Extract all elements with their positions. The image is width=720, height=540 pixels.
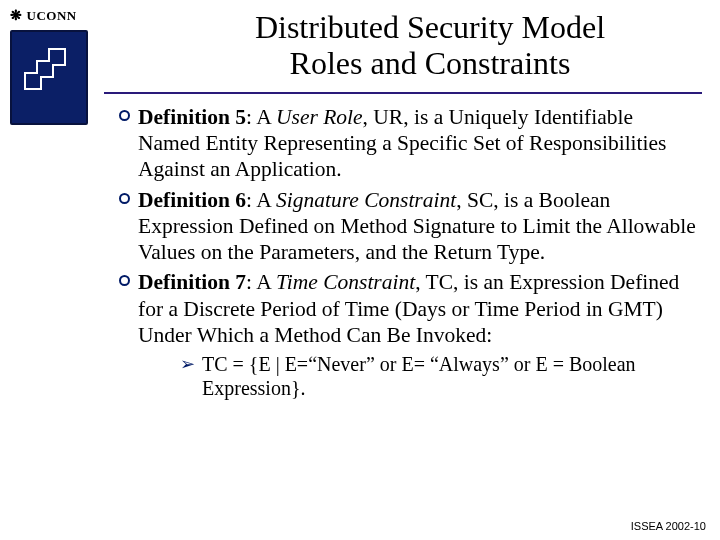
circle-bullet-icon	[110, 104, 138, 183]
sub-bullet-item: ➢ TC = {E | E=“Never” or E= “Always” or …	[180, 352, 696, 401]
svg-rect-5	[50, 50, 64, 64]
circle-bullet-icon	[110, 269, 138, 348]
cse-badge-icon	[10, 30, 88, 125]
sub-bullet-text: TC = {E | E=“Never” or E= “Always” or E …	[202, 352, 696, 401]
title-line-1: Distributed Security Model	[255, 9, 605, 45]
circle-bullet-icon	[110, 187, 138, 266]
sep: : A	[246, 105, 276, 129]
term: User Role	[276, 105, 363, 129]
title-divider	[104, 92, 702, 94]
sep: : A	[246, 270, 276, 294]
bullet-item: Definition 7: A Time Constraint, TC, is …	[110, 269, 696, 348]
definition-label: Definition 5	[138, 105, 246, 129]
content-area: Definition 5: A User Role, UR, is a Uniq…	[110, 104, 696, 401]
term: Signature Constraint	[276, 188, 456, 212]
title-line-2: Roles and Constraints	[290, 45, 571, 81]
definition-label: Definition 6	[138, 188, 246, 212]
bullet-item: Definition 5: A User Role, UR, is a Uniq…	[110, 104, 696, 183]
brand-text: UCONN	[27, 8, 77, 24]
bullet-text: Definition 5: A User Role, UR, is a Uniq…	[138, 104, 696, 183]
bullet-text: Definition 6: A Signature Constraint, SC…	[138, 187, 696, 266]
slide-title: Distributed Security Model Roles and Con…	[160, 10, 700, 82]
svg-rect-3	[26, 74, 40, 88]
oak-leaf-icon: ❋	[10, 9, 23, 23]
term: Time Constraint	[276, 270, 415, 294]
svg-rect-4	[38, 62, 52, 76]
sep: : A	[246, 188, 276, 212]
arrow-bullet-icon: ➢	[180, 352, 202, 401]
slide-footer: ISSEA 2002-10	[631, 520, 706, 532]
bullet-text: Definition 7: A Time Constraint, TC, is …	[138, 269, 696, 348]
logo-area: ❋ UCONN	[10, 8, 100, 125]
slide: ❋ UCONN Distributed Security Model Roles…	[0, 0, 720, 540]
definition-label: Definition 7	[138, 270, 246, 294]
brand-row: ❋ UCONN	[10, 8, 100, 24]
bullet-item: Definition 6: A Signature Constraint, SC…	[110, 187, 696, 266]
